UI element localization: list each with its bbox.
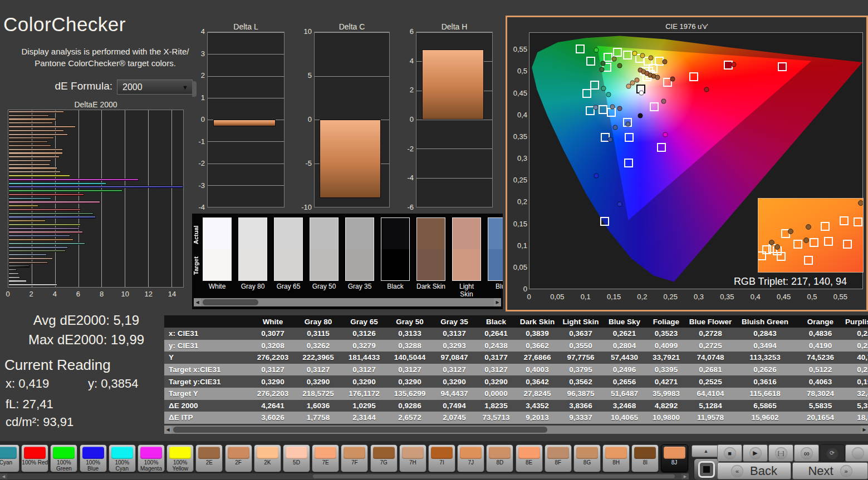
table-cell: 0,2804 [603,342,646,350]
patch-swatch [310,217,339,281]
deltae-bar [8,239,73,241]
cie-y-tick: 0,05 [508,263,527,271]
toolbar-patch-8d[interactable]: 8D [486,444,513,472]
scroll-right-icon[interactable]: ▶ [681,473,689,479]
patch-label: 8E [526,459,532,466]
scroll-left-icon[interactable]: ◀ [0,473,7,479]
measured-point [594,173,599,178]
table-scrollbar[interactable]: ◀▶ [164,425,868,434]
description-line2: Pantone ColorChecker® target colors. [35,58,176,68]
stop-button[interactable]: ■ [717,444,742,462]
gridline [171,110,172,287]
scroll-right-icon[interactable]: ▶ [861,425,868,434]
stop-icon: ■ [724,447,736,459]
next-button[interactable]: Next » [792,462,868,479]
scroll-left-icon[interactable]: ◀ [164,425,171,434]
measured-point [663,60,668,65]
deltae-bar [8,235,70,237]
deltae-bar [8,115,49,117]
deltae-bar [8,224,81,226]
scroll-up-button[interactable]: ▲ [692,445,720,457]
toolbar-patch-8h[interactable]: 8H [602,444,630,472]
scroll-thumb[interactable] [173,427,547,433]
toolbar-patch-100-green[interactable]: 100% Green [50,444,77,472]
deltae-bar [8,141,48,143]
table-cell: 140,5044 [387,353,433,362]
toolbar-patch-8g[interactable]: 8G [573,444,601,472]
toolbar-patch-5d[interactable]: 5D [283,444,310,472]
target-square [650,102,659,111]
toolbar-patch-7h[interactable]: 7H [399,444,426,472]
patch-color-chip [257,447,278,459]
delta-bar [320,120,381,198]
toolbar-patch-7e[interactable]: 7E [312,444,339,472]
patch-label: 2E [206,459,213,466]
toolbar-patch-7j[interactable]: 7J [457,444,484,472]
table-cell: 0,3293 [433,342,476,350]
de-formula-dropdown[interactable]: 2000 ▼ [117,80,193,95]
description-line1: Display analysis is performed with the X… [22,47,189,56]
scroll-right-icon[interactable]: ▶ [494,298,501,306]
table-cell: 0,3137 [433,329,476,338]
deltae-bar [8,164,50,166]
play-button[interactable]: ▶ [743,444,768,462]
table-header-row: WhiteGray 80Gray 65Gray 50Gray 35BlackDa… [164,315,868,328]
toolbar-patch-100-magenta[interactable]: 100% Magenta [138,444,165,472]
table-cell: 0,3642 [516,378,558,386]
table-cell: 5,1284 [686,402,734,410]
patch-label: 100% Cyan [109,459,135,472]
actual-color [310,218,338,249]
measured-point [640,53,645,58]
stop-large-button[interactable] [694,458,719,480]
blank-button[interactable] [845,444,868,462]
cie-x-tick: 0,2 [633,293,651,301]
table-cell: 0,2681 [686,365,734,374]
toolbar-patch-2e[interactable]: 2E [195,444,223,472]
toolbar-patch-8i[interactable]: 8I [631,444,659,472]
scroll-thumb[interactable] [203,299,258,305]
toolbar-patch-2f[interactable]: 2F [225,444,252,472]
inset-target-square [810,238,818,247]
swatch-scrollbar[interactable]: ◀▶ [194,298,501,306]
table-cell: 0,3523 [646,329,686,338]
toolbar-patch-8e[interactable]: 8E [516,444,543,472]
column-header: Purplish Blue [845,318,868,326]
gridline [208,54,284,55]
toolbar-patch-2k[interactable]: 2K [254,444,281,472]
table-cell: 5,5835 [796,402,845,410]
toolbar-patch-100-cyan[interactable]: 100% Cyan [109,444,136,472]
toolbar-patch-100-red[interactable]: 100% Red [21,444,48,472]
table-cell: 3,6026 [251,413,295,422]
cie-x-tick: 0,15 [605,293,623,301]
table-cell: 0,4099 [646,342,686,350]
avg-de2000-label: Avg dE2000: [33,313,110,328]
inset-target-square [824,237,833,246]
deltae2000-bar-chart [8,110,184,288]
refresh-button[interactable]: ⟳ [820,444,845,462]
measured-point [593,105,598,110]
toolbar-patch-8f[interactable]: 8F [545,444,572,472]
table-cell: 0,2621 [603,329,646,338]
patch-swatch [238,217,267,281]
back-button[interactable]: « Back [717,462,791,479]
range-button[interactable]: [··] [768,444,793,462]
toolbar-scrollbar[interactable]: ◀▶ [0,473,689,479]
max-de2000: Max dE2000: 19,99 [6,332,167,348]
scroll-left-icon[interactable]: ◀ [194,298,201,306]
delta-h-chart [416,32,493,207]
toolbar-patch-100-blue[interactable]: 100% Blue [80,444,107,472]
cie-y-tick: 0,25 [508,176,527,184]
table-cell: 78,3024 [796,389,845,398]
toolbar-patch-7g[interactable]: 7G [370,444,398,472]
toolbar-patch-7f[interactable]: 7F [341,444,368,472]
delta-l-chart [207,32,285,207]
patch-swatch [274,217,303,281]
toolbar-patch-cyan[interactable]: Cyan [0,444,19,472]
toolbar-patch-7i[interactable]: 7I [428,444,455,472]
toolbar-patch-8j[interactable]: 8J [661,444,688,472]
scroll-thumb[interactable] [313,474,675,478]
toolbar-patch-100-yellow[interactable]: 100% Yellow [166,444,194,472]
x-tick-label: 2 [26,290,37,298]
infinity-button[interactable]: ∞ [794,444,819,462]
patch-color-chip [402,447,424,459]
